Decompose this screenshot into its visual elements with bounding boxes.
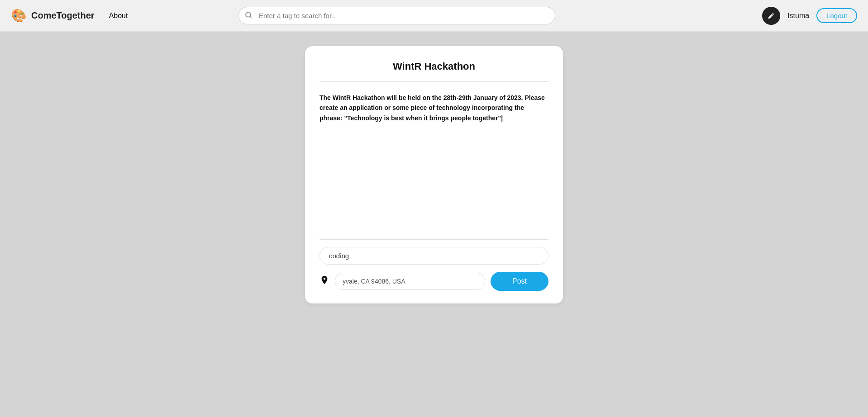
logout-button[interactable]: Logout	[816, 8, 857, 23]
search-icon	[245, 11, 252, 20]
logo-text: ComeTogether	[31, 10, 95, 21]
tag-input[interactable]	[320, 247, 548, 265]
svg-line-1	[250, 16, 251, 18]
title-divider	[320, 81, 548, 82]
body-divider	[320, 239, 548, 240]
search-area	[238, 7, 555, 24]
nav-about[interactable]: About	[109, 12, 128, 20]
post-title: WintR Hackathon	[320, 61, 548, 72]
location-input[interactable]	[335, 273, 485, 290]
main-content: WintR Hackathon The WintR Hackathon will…	[0, 32, 868, 318]
edit-button[interactable]	[762, 7, 780, 25]
header-right: Istuma Logout	[762, 7, 857, 25]
search-input[interactable]	[238, 7, 555, 24]
logo-icon: 🎨	[11, 8, 27, 23]
bottom-row: Post	[320, 272, 548, 291]
post-card: WintR Hackathon The WintR Hackathon will…	[305, 46, 563, 303]
username: Istuma	[787, 12, 809, 20]
logo[interactable]: 🎨 ComeTogether	[11, 8, 95, 23]
post-body: The WintR Hackathon will be held on the …	[320, 93, 548, 228]
post-button[interactable]: Post	[491, 272, 548, 291]
location-icon	[320, 275, 329, 288]
